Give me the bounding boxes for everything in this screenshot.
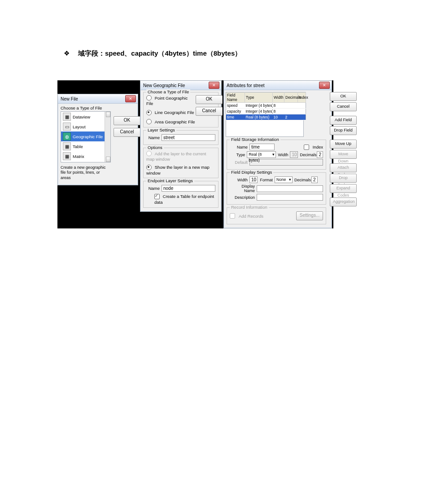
- endpoint-name-input[interactable]: node: [162, 185, 215, 192]
- storage-decimals-input[interactable]: 2: [317, 151, 323, 158]
- field-display-group: Field Display Settings Width 10 Format N…: [227, 172, 326, 205]
- radio-icon: [146, 119, 152, 124]
- window-title: Attributes for street: [227, 83, 264, 88]
- storage-name-input[interactable]: time: [249, 144, 275, 150]
- grid-icon: ▦: [63, 142, 71, 150]
- file-type-list[interactable]: ▦ Dataview ▭ Layout ◍ Geographic File: [61, 111, 111, 162]
- drop-field-button[interactable]: Drop Field: [330, 126, 357, 135]
- add-records-checkbox: [230, 213, 235, 219]
- new-geographic-file-dialog: New Geographic File ✕ Choose a Type of F…: [140, 80, 222, 212]
- file-type-group: Choose a Type of File Point Geographic F…: [143, 92, 219, 127]
- settings-button: Settings...: [296, 211, 323, 220]
- titlebar: New Geographic File ✕: [140, 81, 221, 90]
- add-field-button[interactable]: Add Field: [330, 116, 357, 125]
- list-item[interactable]: ▭ Layout: [61, 122, 110, 131]
- options-group: Options Add the layer to the current map…: [143, 148, 219, 178]
- cancel-button[interactable]: Cancel: [114, 128, 140, 137]
- radio-icon: [146, 151, 152, 156]
- layout-icon: ▭: [63, 123, 71, 131]
- table-row-selected[interactable]: time Real (8 bytes) 10 2: [226, 114, 306, 120]
- cancel-button[interactable]: Cancel: [196, 107, 223, 116]
- titlebar: New File ✕: [58, 94, 138, 104]
- list-item[interactable]: ▦ Dataview: [61, 112, 110, 122]
- table-header: Field Name Type Width Decimals Index: [226, 92, 306, 103]
- display-decimals-input[interactable]: 2: [311, 176, 318, 183]
- endpoint-table-check[interactable]: Create a Table for endpoint data: [154, 193, 215, 204]
- radio-point[interactable]: Point Geographic File: [146, 95, 196, 106]
- bullet-icon: ❖: [63, 49, 70, 57]
- record-info-group: Record Information Add Records Settings.…: [227, 207, 326, 224]
- radio-new-window[interactable]: Show the layer in a new map window: [146, 164, 215, 175]
- table-row[interactable]: capacity Integer (4 bytes) 8: [226, 109, 306, 114]
- expand-codes-button: Expand Codes: [330, 184, 357, 193]
- layer-name-input[interactable]: street: [162, 134, 215, 141]
- storage-default-input: [249, 159, 323, 166]
- list-item[interactable]: ▦ Table: [61, 141, 110, 151]
- group-label: Choose a Type of File: [61, 105, 113, 110]
- storage-type-select[interactable]: Real (8 bytes): [247, 151, 276, 158]
- globe-icon: ◍: [63, 132, 71, 140]
- list-item[interactable]: ▦ Matrix: [61, 151, 110, 161]
- display-width-input[interactable]: 10: [249, 176, 258, 183]
- radio-icon: [146, 165, 152, 170]
- cancel-button[interactable]: Cancel: [330, 102, 357, 111]
- checkbox-icon: [154, 194, 160, 199]
- radio-icon: [146, 95, 152, 101]
- radio-add-current: Add the layer to the current map window: [146, 151, 215, 162]
- drop-codes-button: Drop Codes: [330, 174, 357, 183]
- description-input[interactable]: [257, 194, 323, 201]
- aggregation-button: Aggregation: [330, 197, 357, 206]
- display-name-input[interactable]: [257, 185, 323, 192]
- index-checkbox[interactable]: [304, 145, 309, 150]
- move-down-button: Move Down: [330, 150, 357, 159]
- close-icon[interactable]: ✕: [209, 82, 219, 89]
- table-row[interactable]: speed Integer (4 bytes) 8: [226, 103, 306, 109]
- doc-heading: ❖域字段：speed、capacity（4bytes）time（8bytes）: [63, 49, 424, 58]
- move-up-button[interactable]: Move Up: [330, 140, 357, 149]
- radio-line[interactable]: Line Geographic File: [146, 110, 196, 115]
- list-item-selected[interactable]: ◍ Geographic File: [61, 131, 110, 141]
- close-icon[interactable]: ✕: [125, 95, 136, 102]
- ok-button[interactable]: OK: [330, 92, 357, 101]
- storage-width-input: 10: [290, 151, 298, 158]
- grid-icon: ▦: [63, 152, 71, 160]
- fields-table[interactable]: Field Name Type Width Decimals Index spe…: [226, 92, 306, 120]
- ok-button[interactable]: OK: [114, 116, 140, 125]
- titlebar: Attributes for street ✕: [224, 81, 332, 90]
- radio-area[interactable]: Area Geographic File: [146, 119, 196, 124]
- new-file-dialog: New File ✕ Choose a Type of File ▦ Datav…: [57, 94, 138, 185]
- display-format-select[interactable]: None: [275, 176, 293, 183]
- close-icon[interactable]: ✕: [319, 82, 330, 89]
- endpoint-layer-group: Endpoint Layer Settings Name node Create…: [143, 181, 219, 207]
- ok-button[interactable]: OK: [196, 95, 223, 104]
- scrollbar[interactable]: [105, 112, 110, 162]
- attach-codes-button: Attach Codes: [330, 163, 357, 172]
- screenshot-row: New File ✕ Choose a Type of File ▦ Datav…: [57, 80, 333, 228]
- field-storage-group: Field Storage Information Name time Inde…: [227, 140, 326, 170]
- attributes-dialog: Attributes for street ✕ Field Name Type …: [223, 80, 332, 228]
- window-title: New File: [61, 96, 78, 101]
- radio-icon: [146, 110, 152, 115]
- hint-text: Create a new geographic file for points,…: [58, 163, 114, 185]
- grid-icon: ▦: [63, 113, 71, 121]
- window-title: New Geographic File: [143, 83, 185, 88]
- table-empty-area: [226, 120, 304, 137]
- layer-settings-group: Layer Settings Name street: [143, 130, 219, 145]
